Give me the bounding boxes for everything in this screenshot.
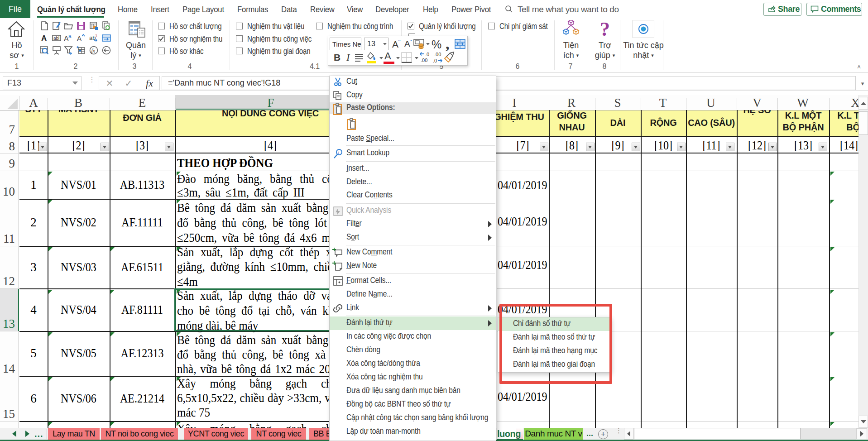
svg-text:A: A [77,34,82,42]
svg-text:A: A [41,34,47,43]
svg-text:abl: abl [53,36,59,41]
svg-text:a: a [68,34,72,39]
svg-text:.00: .00 [434,52,441,57]
svg-text:fx: fx [91,48,96,54]
svg-text:*: * [77,46,79,52]
svg-text:.0: .0 [433,58,437,63]
svg-text:1: 1 [95,34,97,38]
svg-text:i: i [338,150,340,155]
svg-text:.00: .00 [421,58,427,63]
svg-text:.0: .0 [425,52,429,57]
